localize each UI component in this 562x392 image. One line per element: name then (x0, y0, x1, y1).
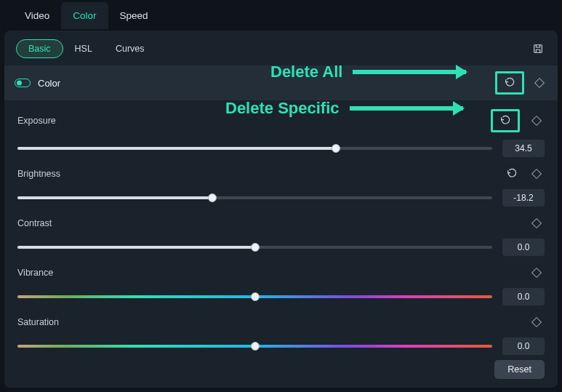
keyframe-icon (531, 169, 542, 179)
reset-icon (506, 168, 518, 180)
label-brightness: Brightness (17, 169, 60, 179)
reset-icon (499, 115, 511, 127)
reset-button[interactable]: Reset (494, 360, 545, 379)
reset-brightness-button[interactable] (504, 166, 520, 182)
keyframe-icon (531, 218, 542, 228)
reset-exposure-button[interactable] (497, 113, 513, 129)
annotation-highlight-delete-all (495, 71, 524, 95)
value-brightness[interactable]: -18.2 (502, 189, 545, 207)
value-contrast[interactable]: 0.0 (502, 239, 545, 256)
slider-thumb[interactable] (208, 193, 217, 202)
keyframe-icon (531, 116, 542, 126)
keyframe-icon (531, 317, 542, 327)
keyframe-brightness-button[interactable] (529, 166, 545, 182)
label-contrast: Contrast (17, 218, 52, 228)
value-vibrance[interactable]: 0.0 (502, 288, 545, 305)
color-toggle[interactable] (15, 79, 31, 87)
slider-contrast[interactable] (17, 246, 492, 249)
value-exposure[interactable]: 34.5 (502, 140, 545, 157)
subtab-hsl[interactable]: HSL (63, 40, 104, 57)
slider-thumb[interactable] (251, 292, 260, 301)
slider-saturation[interactable] (17, 345, 492, 348)
label-exposure: Exposure (17, 116, 56, 126)
reset-icon (504, 77, 515, 89)
keyframe-exposure-button[interactable] (529, 113, 545, 129)
subtab-curves[interactable]: Curves (104, 40, 156, 57)
label-vibrance: Vibrance (17, 268, 53, 278)
reset-all-color-button[interactable] (502, 75, 518, 91)
save-icon (532, 43, 544, 55)
color-panel: Basic HSL Curves Color Exposure (4, 31, 558, 388)
value-saturation[interactable]: 0.0 (502, 337, 545, 355)
slider-thumb[interactable] (332, 144, 340, 153)
slider-vibrance[interactable] (17, 295, 492, 298)
svg-rect-0 (534, 45, 542, 53)
tab-video[interactable]: Video (13, 2, 61, 29)
tab-speed[interactable]: Speed (108, 2, 160, 29)
slider-thumb[interactable] (251, 243, 260, 252)
slider-fill (17, 246, 255, 249)
section-header-color: Color (4, 65, 558, 100)
annotation-highlight-delete-specific (491, 109, 520, 132)
keyframe-saturation-button[interactable] (529, 314, 545, 330)
slider-brightness[interactable] (17, 196, 492, 199)
subtab-basic[interactable]: Basic (16, 39, 63, 58)
keyframe-icon (534, 78, 545, 88)
slider-fill (17, 196, 212, 199)
save-preset-button[interactable] (530, 41, 546, 57)
label-saturation: Saturation (17, 317, 59, 327)
slider-exposure[interactable] (17, 147, 492, 150)
keyframe-color-button[interactable] (531, 75, 547, 91)
keyframe-contrast-button[interactable] (529, 215, 545, 231)
tab-color[interactable]: Color (61, 2, 108, 29)
section-title: Color (38, 78, 60, 89)
slider-thumb[interactable] (251, 342, 260, 351)
slider-fill (17, 147, 336, 150)
keyframe-vibrance-button[interactable] (529, 265, 545, 281)
keyframe-icon (531, 268, 542, 278)
